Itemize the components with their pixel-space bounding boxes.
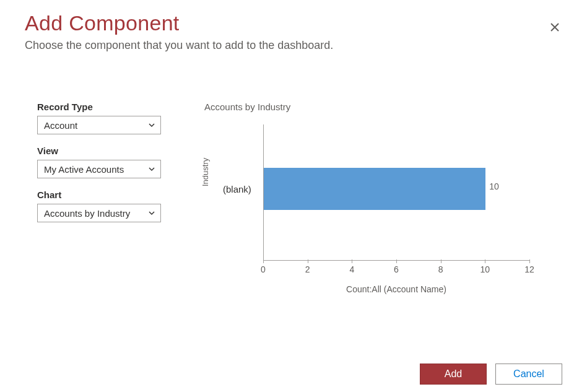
category-label: (blank) <box>223 184 251 194</box>
chart-area: Industry (blank) 10 024681012 Count:All … <box>204 124 562 304</box>
chart-select[interactable]: Accounts by Industry <box>37 204 161 222</box>
record-type-label: Record Type <box>37 102 173 112</box>
chart-label: Chart <box>37 189 173 200</box>
x-tick-mark <box>352 259 352 263</box>
x-tick-label: 12 <box>524 264 534 274</box>
record-type-value: Account <box>44 120 77 131</box>
x-tick-label: 0 <box>261 264 266 274</box>
x-tick-mark <box>396 259 397 263</box>
plot-area: 10 <box>263 124 529 261</box>
x-tick-mark <box>308 259 308 263</box>
bar-value-label: 10 <box>489 181 499 191</box>
bar <box>264 168 485 210</box>
x-axis-label: Count:All (Account Name) <box>263 284 529 294</box>
dialog-body: Record Type Account View My Active Accou… <box>0 52 587 304</box>
x-tick-label: 10 <box>480 264 490 274</box>
add-component-dialog: Add Component Choose the component that … <box>0 0 587 392</box>
dialog-footer: Add Cancel <box>420 364 562 385</box>
chart-group: Chart Accounts by Industry <box>37 189 173 222</box>
dialog-title: Add Component <box>25 11 562 35</box>
x-tick-mark <box>529 259 530 263</box>
chart-preview: Accounts by Industry Industry (blank) 10… <box>198 102 562 304</box>
x-tick-label: 2 <box>305 264 310 274</box>
view-label: View <box>37 146 173 156</box>
close-icon <box>550 20 560 35</box>
chart-title: Accounts by Industry <box>204 102 562 112</box>
view-select[interactable]: My Active Accounts <box>37 160 161 178</box>
dialog-subtitle: Choose the component that you want to ad… <box>25 39 562 52</box>
chevron-down-icon <box>148 165 155 173</box>
add-button[interactable]: Add <box>420 364 487 385</box>
view-group: View My Active Accounts <box>37 146 173 178</box>
x-tick-label: 4 <box>349 264 354 274</box>
dialog-header: Add Component Choose the component that … <box>0 0 587 52</box>
record-type-select[interactable]: Account <box>37 116 161 134</box>
chart-value: Accounts by Industry <box>44 208 130 219</box>
form-panel: Record Type Account View My Active Accou… <box>37 102 173 304</box>
x-tick-mark <box>263 259 264 263</box>
x-tick-mark <box>441 259 441 263</box>
x-tick-label: 8 <box>438 264 443 274</box>
record-type-group: Record Type Account <box>37 102 173 134</box>
y-axis-label: Industry <box>201 158 210 186</box>
cancel-button[interactable]: Cancel <box>495 364 562 385</box>
x-tick-label: 6 <box>394 264 399 274</box>
chevron-down-icon <box>148 209 155 217</box>
chevron-down-icon <box>148 121 155 129</box>
view-value: My Active Accounts <box>44 164 124 175</box>
x-ticks: 024681012 <box>263 261 529 279</box>
close-button[interactable] <box>547 19 562 37</box>
x-tick-mark <box>485 259 485 263</box>
